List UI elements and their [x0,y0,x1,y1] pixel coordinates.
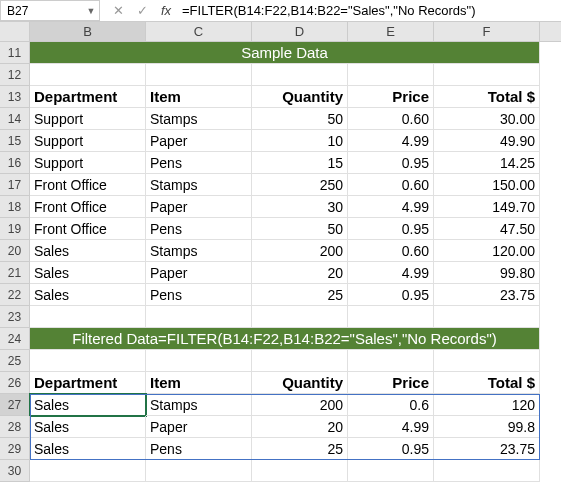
select-all-corner[interactable] [0,22,30,42]
row-header-26[interactable]: 26 [0,372,30,394]
row-header-28[interactable]: 28 [0,416,30,438]
cell[interactable] [30,64,146,86]
cell-dept[interactable]: Support [30,152,146,174]
cell[interactable] [434,460,540,482]
header-qty[interactable]: Quantity [252,372,348,394]
col-header-F[interactable]: F [434,22,540,41]
row-header-12[interactable]: 12 [0,64,30,86]
cell-price[interactable]: 0.95 [348,152,434,174]
row-header-24[interactable]: 24 [0,328,30,350]
cell[interactable] [146,350,252,372]
header-price[interactable]: Price [348,372,434,394]
cell-qty[interactable]: 250 [252,174,348,196]
cell-qty[interactable]: 25 [252,284,348,306]
cell-total[interactable]: 49.90 [434,130,540,152]
row-header-15[interactable]: 15 [0,130,30,152]
cell-dept[interactable]: Sales [30,262,146,284]
cell[interactable] [146,64,252,86]
cell-qty[interactable]: 15 [252,152,348,174]
cell-total[interactable]: 14.25 [434,152,540,174]
cell-total[interactable]: 23.75 [434,284,540,306]
cell-qty[interactable]: 20 [252,416,348,438]
name-box[interactable]: B27 ▼ [0,0,100,21]
cell-total[interactable]: 149.70 [434,196,540,218]
row-header-18[interactable]: 18 [0,196,30,218]
cell-item[interactable]: Stamps [146,240,252,262]
header-item[interactable]: Item [146,86,252,108]
header-item[interactable]: Item [146,372,252,394]
cell-price[interactable]: 4.99 [348,196,434,218]
cell-total[interactable]: 120.00 [434,240,540,262]
cancel-icon[interactable]: ✕ [106,3,130,18]
cell[interactable] [252,64,348,86]
cell-qty[interactable]: 50 [252,218,348,240]
banner[interactable]: Filtered Data=FILTER(B14:F22,B14:B22="Sa… [30,328,540,350]
cell-dept[interactable]: Sales [30,416,146,438]
cell-price[interactable]: 0.60 [348,108,434,130]
cell-price[interactable]: 4.99 [348,130,434,152]
cell[interactable] [30,460,146,482]
cell-item[interactable]: Stamps [146,174,252,196]
row-header-23[interactable]: 23 [0,306,30,328]
cell[interactable] [434,306,540,328]
cell-price[interactable]: 0.6 [348,394,434,416]
cell-qty[interactable]: 30 [252,196,348,218]
row-header-22[interactable]: 22 [0,284,30,306]
row-header-29[interactable]: 29 [0,438,30,460]
cell[interactable] [434,64,540,86]
row-header-19[interactable]: 19 [0,218,30,240]
cell-dept[interactable]: Sales [30,240,146,262]
cell[interactable] [252,460,348,482]
cell[interactable] [434,350,540,372]
cell-price[interactable]: 0.60 [348,240,434,262]
cell[interactable] [348,306,434,328]
cell-total[interactable]: 120 [434,394,540,416]
formula-bar-input[interactable]: =FILTER(B14:F22,B14:B22="Sales","No Reco… [178,3,561,18]
cell[interactable] [348,64,434,86]
cell-qty[interactable]: 10 [252,130,348,152]
cell-qty[interactable]: 200 [252,240,348,262]
header-total[interactable]: Total $ [434,372,540,394]
cell-dept[interactable]: Front Office [30,174,146,196]
cell-item[interactable]: Stamps [146,108,252,130]
cell-item[interactable]: Stamps [146,394,252,416]
cell-price[interactable]: 0.60 [348,174,434,196]
name-box-dropdown-icon[interactable]: ▼ [83,6,99,16]
col-header-D[interactable]: D [252,22,348,41]
cell[interactable] [252,306,348,328]
row-header-21[interactable]: 21 [0,262,30,284]
row-header-17[interactable]: 17 [0,174,30,196]
cell-total[interactable]: 99.80 [434,262,540,284]
cell-total[interactable]: 47.50 [434,218,540,240]
cell-item[interactable]: Pens [146,218,252,240]
cell-item[interactable]: Pens [146,284,252,306]
cell-total[interactable]: 30.00 [434,108,540,130]
cell[interactable] [252,350,348,372]
header-dept[interactable]: Department [30,372,146,394]
cell-dept[interactable]: Support [30,130,146,152]
cell-price[interactable]: 0.95 [348,284,434,306]
fx-icon[interactable]: fx [154,3,178,18]
cell-qty[interactable]: 200 [252,394,348,416]
cell-item[interactable]: Pens [146,438,252,460]
row-header-30[interactable]: 30 [0,460,30,482]
cell-total[interactable]: 23.75 [434,438,540,460]
row-header-16[interactable]: 16 [0,152,30,174]
header-price[interactable]: Price [348,86,434,108]
cell-item[interactable]: Paper [146,130,252,152]
cell-qty[interactable]: 20 [252,262,348,284]
cell-total[interactable]: 150.00 [434,174,540,196]
cell-price[interactable]: 4.99 [348,416,434,438]
cell-dept[interactable]: Front Office [30,218,146,240]
cell-dept[interactable]: Sales [30,284,146,306]
row-header-20[interactable]: 20 [0,240,30,262]
cell[interactable] [30,350,146,372]
cell-price[interactable]: 0.95 [348,438,434,460]
cell-dept[interactable]: Front Office [30,196,146,218]
row-header-25[interactable]: 25 [0,350,30,372]
cell-dept[interactable]: Sales [30,394,146,416]
cell[interactable] [348,350,434,372]
row-header-27[interactable]: 27 [0,394,30,416]
cell-item[interactable]: Paper [146,416,252,438]
cell-item[interactable]: Paper [146,262,252,284]
